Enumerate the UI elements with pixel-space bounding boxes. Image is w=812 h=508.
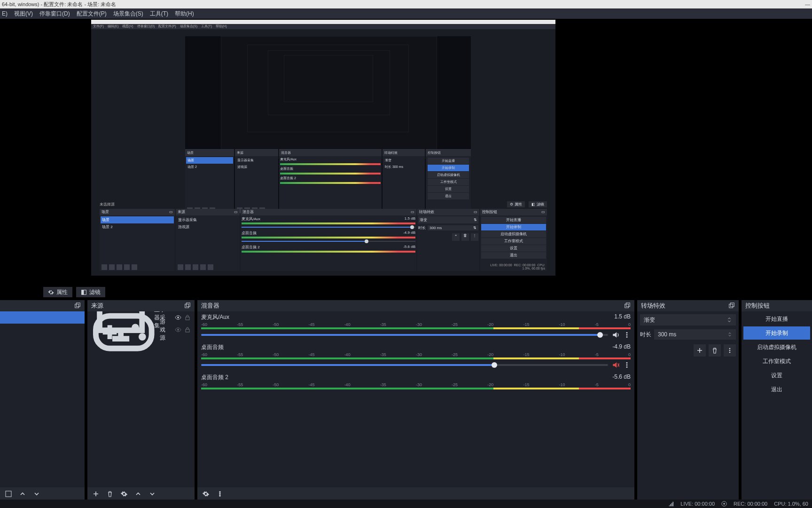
- gamepad-icon: [91, 311, 156, 362]
- channel-name: 桌面音频 2: [201, 373, 228, 381]
- channel-db: -5.6 dB: [612, 373, 631, 381]
- mixer-channel: 桌面音频 2-5.6 dB -60-55-50-45-40-35-30-25-2…: [197, 372, 634, 392]
- source-item-game[interactable]: 游戏源: [87, 324, 195, 336]
- preview-area[interactable]: 文件(F) 编辑(E) 视图(V) 停靠窗口(D) 配置文件(P) 场景集合(S…: [0, 19, 812, 287]
- start-streaming-button[interactable]: 开始直播: [743, 312, 810, 325]
- scenes-panel: [0, 300, 85, 500]
- preview-display-capture: 文件(F) 编辑(E) 视图(V) 停靠窗口(D) 配置文件(P) 场景集合(S…: [91, 20, 555, 276]
- signal-icon: [668, 501, 674, 507]
- scene-down-button[interactable]: [31, 488, 42, 500]
- inner-source-toolbar: 未选择源 ⚙ 属性 ◧ 滤镜: [100, 200, 547, 208]
- updown-icon: [727, 332, 732, 337]
- level-meter: [201, 357, 631, 359]
- mixer-channel: 桌面音频-4.9 dB -60-55-50-45-40-35-30-25-20-…: [197, 341, 634, 372]
- eye-icon[interactable]: [175, 326, 181, 333]
- menu-view[interactable]: 视图(V): [14, 10, 33, 18]
- sources-panel: 来源 显示器采集 游戏源: [87, 300, 195, 500]
- source-settings-button[interactable]: [118, 488, 130, 500]
- transitions-header: 转场特效: [641, 302, 665, 310]
- sources-header: 来源: [91, 302, 103, 310]
- status-live: LIVE: 00:00:00: [680, 501, 715, 507]
- inner-controls-panel: 控制按钮▭ 开始直播 开始录制 启动虚拟摄像机 工作室模式 设置 退出 LIVE…: [480, 209, 547, 271]
- popout-icon[interactable]: [74, 302, 81, 309]
- nested-title-bar: [91, 20, 555, 24]
- popout-icon[interactable]: [728, 302, 735, 309]
- db-scale: -60-55-50-45-40-35-30-25-20-15-10-50: [201, 382, 631, 387]
- transition-menu-button[interactable]: [724, 344, 736, 357]
- popout-icon[interactable]: [184, 302, 191, 309]
- channel-db: 1.5 dB: [614, 313, 631, 321]
- mixer-header: 混音器: [201, 302, 219, 310]
- inner-scenes-panel: 场景▭ 场景场景 2: [100, 209, 175, 271]
- window-title: 64-bit, windows) - 配置文件: 未命名 - 场景: 未命名: [2, 0, 116, 8]
- svg-rect-15: [6, 491, 11, 497]
- db-scale: -60-55-50-45-40-35-30-25-20-15-10-50: [201, 352, 631, 357]
- channel-menu-icon[interactable]: [623, 361, 631, 369]
- start-virtual-cam-button[interactable]: 启动虚拟摄像机: [743, 341, 810, 354]
- duration-spinbox[interactable]: 300 ms: [654, 329, 736, 340]
- transition-select[interactable]: 渐变: [640, 314, 736, 325]
- window-controls: —: [805, 0, 810, 8]
- menu-help[interactable]: 帮助(H): [175, 10, 194, 18]
- controls-header: 控制按钮: [745, 302, 770, 310]
- properties-label: 属性: [56, 288, 68, 296]
- mixer-channel: 麦克风/Aux1.5 dB -60-55-50-45-40-35-30-25-2…: [197, 311, 634, 341]
- lock-icon[interactable]: [184, 314, 191, 321]
- db-scale: -60-55-50-45-40-35-30-25-20-15-10-50: [201, 322, 631, 327]
- status-bar: LIVE: 00:00:00 REC: 00:00:00 CPU: 1.0%, …: [0, 500, 812, 508]
- mute-icon[interactable]: [612, 361, 619, 369]
- channel-name: 桌面音频: [201, 343, 224, 351]
- scene-item-selected[interactable]: [0, 311, 85, 324]
- source-remove-button[interactable]: [104, 488, 116, 500]
- scene-filter-button[interactable]: [3, 488, 14, 500]
- source-toolbar: 属性 滤镜: [0, 286, 812, 298]
- transition-add-button[interactable]: [694, 344, 706, 357]
- mixer-panel: 混音器 麦克风/Aux1.5 dB -60-55-50-45-40-35-30-…: [197, 300, 634, 500]
- transition-remove-button[interactable]: [709, 344, 721, 357]
- minimize-button[interactable]: —: [805, 0, 810, 8]
- source-up-button[interactable]: [133, 488, 144, 500]
- filters-label: 滤镜: [89, 288, 101, 296]
- volume-slider[interactable]: [201, 334, 608, 336]
- recursive-preview: 场景场景场景 2 来源显示器采集游戏源 混音器麦克风/Aux桌面音频桌面音频 2…: [185, 36, 471, 214]
- source-add-button[interactable]: [90, 488, 102, 500]
- transitions-panel: 转场特效 渐变 时长 300 ms: [637, 300, 739, 500]
- exit-button[interactable]: 退出: [743, 383, 810, 396]
- scene-up-button[interactable]: [17, 488, 28, 500]
- channel-menu-icon[interactable]: [623, 331, 631, 339]
- nested-menu-bar: 文件(F) 编辑(E) 视图(V) 停靠窗口(D) 配置文件(P) 场景集合(S…: [91, 24, 555, 29]
- controls-panel: 控制按钮 开始直播 开始录制 启动虚拟摄像机 工作室模式 设置 退出: [742, 300, 812, 500]
- updown-icon: [726, 317, 732, 323]
- title-bar: 64-bit, windows) - 配置文件: 未命名 - 场景: 未命名 —: [0, 0, 812, 8]
- menu-edit[interactable]: E): [2, 10, 8, 17]
- eye-icon[interactable]: [175, 314, 181, 321]
- inner-mixer-panel: 混音器▭ 麦克风/Aux1.5 dB 桌面音频-4.9 dB 桌面音频 2-5.…: [241, 209, 416, 271]
- inner-filters-button: ◧ 滤镜: [529, 201, 547, 207]
- settings-button[interactable]: 设置: [743, 369, 810, 382]
- mixer-menu-button[interactable]: [214, 488, 226, 500]
- lock-icon[interactable]: [184, 326, 191, 333]
- menu-profile[interactable]: 配置文件(P): [77, 10, 107, 18]
- filters-button[interactable]: 滤镜: [76, 287, 105, 297]
- speaker-icon[interactable]: [612, 331, 619, 339]
- level-meter: [201, 327, 631, 329]
- source-down-button[interactable]: [147, 488, 158, 500]
- popout-icon[interactable]: [624, 302, 631, 309]
- inner-panels: 场景▭ 场景场景 2 来源▭ 显示器采集游戏源 混音器▭ 麦克风/Aux1.5 …: [100, 209, 547, 271]
- inner-sources-panel: 来源▭ 显示器采集游戏源: [176, 209, 240, 271]
- inner-transitions-panel: 转场特效▭ 渐变⇅ 时长300 ms⇅ +🗑⋮: [417, 209, 479, 271]
- menu-scene-collection[interactable]: 场景集合(S): [113, 10, 143, 18]
- menu-tools[interactable]: 工具(T): [150, 10, 168, 18]
- menu-bar: E) 视图(V) 停靠窗口(D) 配置文件(P) 场景集合(S) 工具(T) 帮…: [0, 8, 812, 19]
- channel-name: 麦克风/Aux: [201, 313, 229, 321]
- inner-properties-button: ⚙ 属性: [507, 201, 525, 207]
- properties-button[interactable]: 属性: [43, 287, 72, 297]
- channel-db: -4.9 dB: [612, 343, 631, 351]
- start-recording-button[interactable]: 开始录制: [743, 326, 810, 340]
- menu-docks[interactable]: 停靠窗口(D): [39, 10, 70, 18]
- volume-slider[interactable]: [201, 364, 608, 366]
- source-label: 游戏源: [160, 318, 171, 342]
- mixer-advanced-button[interactable]: [200, 488, 211, 500]
- disk-icon: [721, 501, 727, 507]
- studio-mode-button[interactable]: 工作室模式: [743, 355, 810, 368]
